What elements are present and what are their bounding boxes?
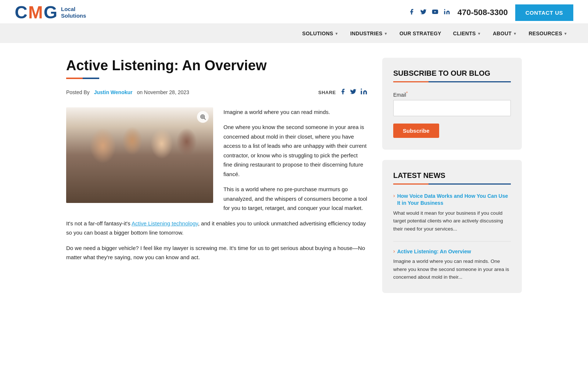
twitter-icon[interactable] [420, 8, 427, 17]
meta-date: on November 28, 2023 [137, 89, 189, 95]
article-content: Imagine a world where you can read minds… [66, 107, 368, 219]
post-meta-left: Posted By Justin Wenokur on November 28,… [66, 89, 189, 95]
article-para-2: One where you know the second someone in… [223, 122, 368, 179]
page-body: Active Listening: An Overview Posted By … [51, 43, 537, 315]
title-underline [66, 78, 99, 79]
nav-item-about[interactable]: ABOUT ▼ [487, 24, 523, 43]
facebook-icon[interactable] [408, 8, 415, 17]
article-column: Active Listening: An Overview Posted By … [66, 58, 368, 268]
news-excerpt-1: What would it mean for your business if … [393, 209, 511, 233]
svg-point-3 [201, 115, 205, 119]
nav-item-our-strategy[interactable]: OUR STRATEGY [394, 24, 447, 43]
phone-number: 470-508-3300 [458, 8, 508, 17]
subscribe-title: SUBSCRIBE TO OUR BLOG [393, 69, 511, 78]
svg-point-1 [444, 9, 445, 10]
youtube-icon[interactable] [432, 8, 438, 17]
chevron-right-icon: › [393, 193, 395, 199]
lens-icon [197, 111, 209, 123]
share-linkedin-icon[interactable] [360, 88, 368, 97]
news-link-2[interactable]: Active Listening: An Overview [397, 248, 471, 256]
latest-news-title: LATEST NEWS [393, 171, 511, 180]
header-right: 470-508-3300 CONTACT US [408, 4, 573, 21]
article-title: Active Listening: An Overview [66, 58, 368, 74]
email-input[interactable] [393, 100, 511, 116]
news-excerpt-2: Imagine a world where you can read minds… [393, 257, 511, 281]
logo-text: Local Solutions [61, 6, 86, 19]
contact-us-button[interactable]: CONTACT US [515, 4, 573, 21]
article-text: Imagine a world where you can read minds… [223, 107, 368, 219]
chevron-down-icon: ▼ [513, 32, 517, 36]
sidebar: SUBSCRIBE TO OUR BLOG Email* Subscribe L… [382, 58, 522, 293]
chevron-down-icon: ▼ [477, 32, 481, 36]
author-link[interactable]: Justin Wenokur [94, 89, 133, 95]
email-label: Email* [393, 90, 511, 98]
article-para-4: It's not a far-off fantasy-it's Active L… [66, 219, 368, 238]
subscribe-box: SUBSCRIBE TO OUR BLOG Email* Subscribe [382, 58, 522, 150]
active-listening-link[interactable]: Active Listening technology [132, 220, 198, 226]
news-link-1[interactable]: How Voice Data Works and How You Can Use… [397, 193, 511, 207]
linkedin-icon[interactable] [444, 8, 450, 17]
article-image [66, 107, 213, 203]
subscribe-divider [393, 81, 511, 82]
article-image-wrap [66, 107, 213, 203]
nav-item-resources[interactable]: RESOURCES ▼ [523, 24, 573, 43]
logo-m: M [28, 4, 43, 21]
news-item-1: › How Voice Data Works and How You Can U… [393, 193, 511, 233]
chevron-right-icon: › [393, 248, 395, 254]
chevron-down-icon: ▼ [335, 32, 338, 36]
post-meta: Posted By Justin Wenokur on November 28,… [66, 88, 368, 97]
share-label: SHARE [318, 90, 336, 95]
nav-item-solutions[interactable]: SOLUTIONS ▼ [296, 24, 344, 43]
nav-item-clients[interactable]: CLIENTS ▼ [447, 24, 487, 43]
news-item-2: › Active Listening: An Overview Imagine … [393, 248, 511, 281]
svg-point-4 [202, 116, 204, 118]
nav-item-industries[interactable]: INDUSTRIES ▼ [344, 24, 394, 43]
subscribe-button[interactable]: Subscribe [393, 124, 439, 138]
article-para-3: This is a world where no pre-purchase mu… [223, 185, 368, 213]
svg-line-5 [204, 118, 205, 119]
latest-news-box: LATEST NEWS › How Voice Data Works and H… [382, 160, 522, 293]
logo-c: C [15, 4, 28, 21]
logo-g: G [44, 4, 57, 21]
nav-bar: SOLUTIONS ▼ INDUSTRIES ▼ OUR STRATEGY CL… [0, 24, 588, 43]
share-section: SHARE [318, 88, 368, 97]
news-separator [393, 241, 511, 242]
header: C M G Local Solutions 470-508-3300 CONTA… [0, 0, 588, 24]
svg-point-2 [361, 88, 362, 89]
chevron-down-icon: ▼ [564, 32, 567, 36]
chevron-down-icon: ▼ [384, 32, 388, 36]
share-twitter-icon[interactable] [350, 88, 356, 97]
article-para-1: Imagine a world where you can read minds… [223, 107, 368, 117]
article-para-5: Do we need a bigger vehicle? I feel like… [66, 243, 368, 262]
logo[interactable]: C M G Local Solutions [15, 4, 86, 21]
meta-prefix: Posted By [66, 89, 90, 95]
social-icons [408, 8, 450, 17]
latest-news-divider [393, 183, 511, 185]
share-facebook-icon[interactable] [340, 88, 346, 97]
